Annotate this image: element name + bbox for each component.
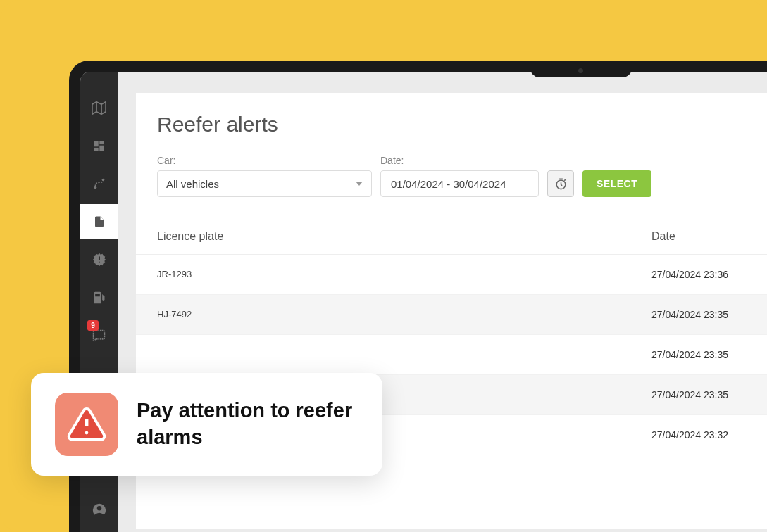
sidebar-item-document[interactable] xyxy=(80,204,118,239)
header-date: Date xyxy=(651,230,764,243)
route-icon xyxy=(92,176,107,191)
callout-icon-box xyxy=(55,393,118,456)
device-notch xyxy=(530,61,632,77)
table-row[interactable]: JR-1293 27/04/2024 23:36 xyxy=(136,255,767,295)
cell-date: 27/04/2024 23:32 xyxy=(651,429,764,441)
table-header: Licence plate Date xyxy=(136,213,767,255)
warning-triangle-icon xyxy=(66,404,107,445)
svg-rect-3 xyxy=(94,141,98,146)
chevron-down-icon xyxy=(356,182,363,186)
date-range-value: 01/04/2024 - 30/04/2024 xyxy=(391,178,506,190)
alert-badge-icon xyxy=(92,252,107,267)
cell-date: 27/04/2024 23:35 xyxy=(651,389,764,400)
cell-plate: HJ-7492 xyxy=(157,309,651,320)
select-button[interactable]: SELECT xyxy=(582,170,651,197)
car-filter-label: Car: xyxy=(157,155,372,166)
sidebar-item-fuel[interactable] xyxy=(80,280,118,315)
page-title: Reefer alerts xyxy=(136,93,767,146)
cell-plate: JR-1293 xyxy=(157,269,651,280)
sidebar-item-profile[interactable] xyxy=(80,493,118,528)
map-icon xyxy=(92,101,106,115)
sidebar-item-messages[interactable]: 9 xyxy=(80,318,118,353)
header-licence-plate: Licence plate xyxy=(157,230,651,243)
table-row[interactable]: 27/04/2024 23:35 xyxy=(136,335,767,375)
svg-rect-6 xyxy=(94,147,98,151)
dashboard-icon xyxy=(92,139,106,153)
cell-date: 27/04/2024 23:35 xyxy=(651,309,764,320)
clock-icon xyxy=(554,177,568,191)
svg-rect-4 xyxy=(99,141,104,144)
time-picker-button[interactable] xyxy=(547,170,574,197)
fuel-icon xyxy=(92,291,106,305)
notification-badge: 9 xyxy=(87,320,99,331)
date-range-input[interactable]: 01/04/2024 - 30/04/2024 xyxy=(380,170,539,197)
filter-bar: Car: All vehicles Date: 01/04/2024 - 30/… xyxy=(136,146,767,213)
cell-date: 27/04/2024 23:36 xyxy=(651,269,764,280)
car-dropdown-value: All vehicles xyxy=(166,178,219,190)
sidebar-item-map[interactable] xyxy=(80,90,118,125)
sidebar-item-dashboard[interactable] xyxy=(80,128,118,163)
car-dropdown[interactable]: All vehicles xyxy=(157,170,372,197)
svg-point-8 xyxy=(101,179,104,182)
svg-point-12 xyxy=(96,506,101,510)
table-row[interactable]: HJ-7492 27/04/2024 23:35 xyxy=(136,295,767,335)
cell-plate xyxy=(157,349,651,360)
svg-rect-10 xyxy=(99,262,100,263)
cell-date: 27/04/2024 23:35 xyxy=(651,349,764,360)
svg-rect-9 xyxy=(99,256,100,260)
date-filter-label: Date: xyxy=(380,155,539,166)
callout-text: Pay attention to reefer alarms xyxy=(137,398,358,450)
user-icon xyxy=(92,502,107,518)
sidebar-item-route[interactable] xyxy=(80,166,118,201)
svg-point-7 xyxy=(94,186,96,189)
svg-rect-5 xyxy=(99,145,104,151)
svg-point-15 xyxy=(85,431,89,435)
callout-card: Pay attention to reefer alarms xyxy=(31,373,382,476)
svg-marker-0 xyxy=(92,101,106,114)
sidebar-item-alert[interactable] xyxy=(80,242,118,277)
document-icon xyxy=(93,214,106,229)
